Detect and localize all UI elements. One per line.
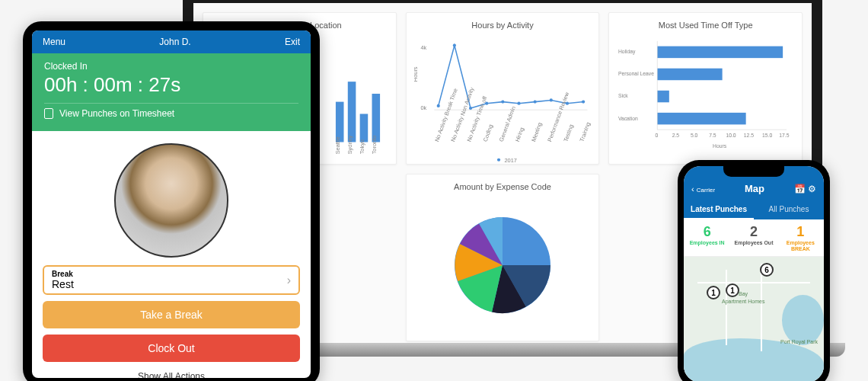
phone-device: ‹ Carrier Map 📅 ⚙ Latest Punches All Pun… <box>678 160 830 381</box>
svg-point-16 <box>517 102 520 105</box>
svg-text:2017: 2017 <box>504 157 516 164</box>
phone-tabs: Latest Punches All Punches <box>684 200 824 219</box>
svg-text:Sydney: Sydney <box>346 135 353 154</box>
svg-text:General Admin: General Admin <box>497 105 516 142</box>
stat-employees-break[interactable]: 1 Employees BREAK <box>777 219 824 256</box>
clock-out-button[interactable]: Clock Out <box>43 335 300 362</box>
document-icon <box>44 108 53 119</box>
line-chart-activity: 4k 0k Hours No Activity Break Time No Ac… <box>414 36 592 168</box>
svg-text:12.5: 12.5 <box>744 133 754 138</box>
tab-latest-punches[interactable]: Latest Punches <box>684 200 754 219</box>
tablet-header: Menu John D. Exit <box>32 30 311 53</box>
svg-text:Seattle: Seattle <box>334 136 341 154</box>
chevron-left-icon: ‹ <box>691 184 694 194</box>
svg-text:2.5: 2.5 <box>672 133 680 138</box>
svg-point-15 <box>501 100 504 103</box>
employee-avatar <box>114 143 228 258</box>
map-view[interactable]: Port Royal Park ner Bay Apartment Homes … <box>684 257 824 381</box>
svg-text:Coding: Coding <box>481 123 493 142</box>
svg-text:Hiring: Hiring <box>514 126 525 142</box>
employee-stats: 6 Employees IN 2 Employees Out 1 Employe… <box>684 219 824 257</box>
svg-rect-2 <box>360 114 369 142</box>
show-all-actions-link[interactable]: Show All Actions <box>43 368 300 378</box>
map-pin[interactable]: 6 <box>760 263 774 277</box>
view-punches-label: View Punches on Timesheet <box>59 108 174 119</box>
phone-screen: ‹ Carrier Map 📅 ⚙ Latest Punches All Pun… <box>684 166 824 381</box>
menu-link[interactable]: Menu <box>43 37 65 47</box>
svg-point-18 <box>549 98 552 101</box>
svg-point-17 <box>533 100 536 103</box>
tablet-device: Menu John D. Exit Clocked In 00h : 00m :… <box>23 21 320 381</box>
hbar-chart-timeoff: Holiday Personal Leave Sick Vacation 02.… <box>617 36 794 157</box>
svg-text:Toronto: Toronto <box>371 136 378 155</box>
chart-title: Hours by Activity <box>414 21 592 30</box>
svg-text:Personal Leave: Personal Leave <box>618 71 654 76</box>
chart-card-timeoff: Most Used Time Off Type Holiday Personal… <box>608 12 803 165</box>
avatar-container <box>32 131 311 265</box>
svg-text:Tokyo: Tokyo <box>359 139 365 154</box>
svg-text:Meeting: Meeting <box>530 121 543 142</box>
svg-text:4k: 4k <box>420 44 426 51</box>
chart-card-activity: Hours by Activity 4k 0k Hours No Ac <box>406 12 600 165</box>
svg-text:Vacation: Vacation <box>618 116 638 121</box>
phone-notch <box>723 166 784 177</box>
svg-point-11 <box>436 104 439 107</box>
svg-text:Testing: Testing <box>562 123 574 142</box>
take-break-button[interactable]: Take a Break <box>43 301 300 328</box>
stat-employees-in[interactable]: 6 Employees IN <box>684 219 730 256</box>
svg-rect-39 <box>658 91 670 103</box>
tab-all-punches[interactable]: All Punches <box>754 200 824 219</box>
svg-text:Hours: Hours <box>414 66 419 82</box>
svg-point-32 <box>497 158 500 162</box>
svg-text:5.0: 5.0 <box>691 133 698 138</box>
svg-rect-37 <box>658 69 723 81</box>
svg-text:0: 0 <box>656 133 659 138</box>
view-punches-link[interactable]: View Punches on Timesheet <box>44 103 298 123</box>
svg-rect-35 <box>658 46 783 59</box>
header-icons[interactable]: 📅 ⚙ <box>794 184 816 194</box>
svg-point-20 <box>582 100 585 103</box>
map-pin[interactable]: 1 <box>707 286 720 299</box>
break-selector[interactable]: Break Rest › <box>43 265 300 295</box>
clocked-time: 00h : 00m : 27s <box>44 73 298 97</box>
chevron-right-icon: › <box>287 274 291 287</box>
svg-text:Holiday: Holiday <box>618 49 636 55</box>
phone-header: ‹ Carrier Map 📅 ⚙ <box>684 180 824 200</box>
svg-text:10.0: 10.0 <box>726 133 736 138</box>
svg-text:15.0: 15.0 <box>762 133 772 138</box>
chart-title: Most Used Time Off Type <box>617 21 794 30</box>
svg-point-12 <box>452 43 455 46</box>
break-label: Break <box>52 270 74 278</box>
stat-employees-out[interactable]: 2 Employees Out <box>730 219 777 256</box>
svg-text:Training: Training <box>578 121 591 142</box>
pie-chart-expense <box>449 212 556 319</box>
back-button[interactable]: ‹ Carrier <box>691 184 715 194</box>
svg-point-13 <box>469 107 472 110</box>
tablet-screen: Menu John D. Exit Clocked In 00h : 00m :… <box>32 30 311 378</box>
exit-link[interactable]: Exit <box>285 37 300 47</box>
map-label-apt: Apartment Homes <box>722 299 764 304</box>
svg-text:Hours: Hours <box>713 143 727 149</box>
chart-card-expense: Amount by Expense Code <box>406 174 600 341</box>
phone-title: Map <box>745 183 764 194</box>
clocked-in-panel: Clocked In 00h : 00m : 27s View Punches … <box>32 53 311 131</box>
clocked-label: Clocked In <box>44 61 298 72</box>
svg-rect-1 <box>348 82 356 142</box>
svg-text:Sick: Sick <box>618 93 628 98</box>
break-value: Rest <box>52 278 74 290</box>
map-label-park: Port Royal Park <box>780 339 818 344</box>
svg-text:0k: 0k <box>420 104 426 111</box>
svg-rect-41 <box>658 113 746 125</box>
svg-text:7.5: 7.5 <box>710 133 717 138</box>
user-name: John D. <box>159 37 190 47</box>
svg-text:17.5: 17.5 <box>780 133 790 138</box>
chart-title: Amount by Expense Code <box>414 182 592 191</box>
